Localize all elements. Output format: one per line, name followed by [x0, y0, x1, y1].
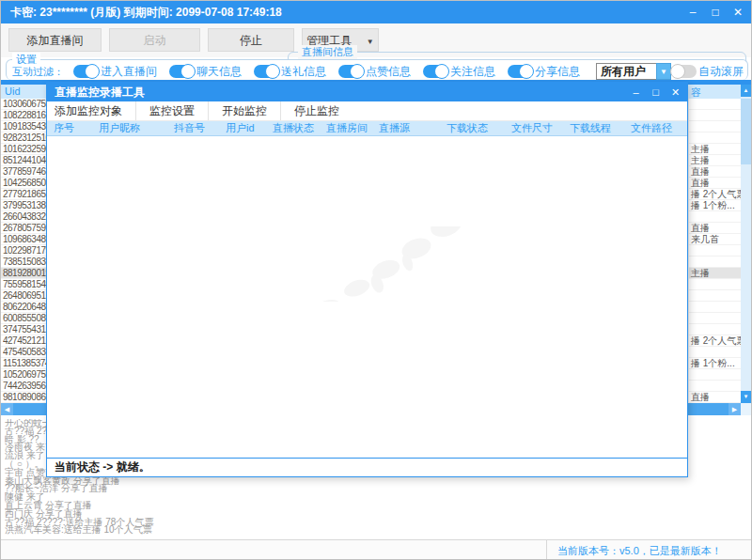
content-cell: [688, 324, 743, 335]
uid-cell: 264806951.: [3, 290, 46, 302]
content-cell: 播 1个粉...: [688, 200, 743, 211]
stop-button[interactable]: 停止: [208, 28, 294, 52]
dialog-column-header[interactable]: 下载状态: [446, 121, 511, 135]
user-filter-value: 所有用户: [596, 63, 656, 80]
uid-cell: 6008555089: [3, 313, 46, 324]
scroll-down-icon[interactable]: ▼: [741, 391, 751, 403]
toggle-label: 送礼信息: [281, 64, 326, 80]
toggle-knob: [265, 64, 280, 79]
dialog-column-header[interactable]: 文件路径: [631, 121, 687, 135]
settings-group: 设置 互动过滤： 进入直播间聊天信息送礼信息点赞信息关注信息分享信息 所有用户 …: [6, 59, 748, 80]
dialog-column-header[interactable]: 文件尺寸: [511, 121, 570, 135]
settings-inner: 互动过滤： 进入直播间聊天信息送礼信息点赞信息关注信息分享信息 所有用户 ▼ 自…: [12, 63, 744, 80]
statusbar-divider: [546, 540, 547, 560]
toggle-knob: [434, 64, 449, 79]
uid-cell: 374755431.: [3, 324, 46, 335]
uid-cell: 1042568503: [3, 178, 46, 189]
content-cell: 主播: [688, 268, 743, 279]
filter-toggle-group: 分享信息: [508, 64, 580, 80]
content-cell: [688, 302, 743, 313]
toggle-label: 点赞信息: [366, 64, 411, 80]
filter-label: 互动过滤：: [12, 65, 64, 79]
dialog-status-text: 当前状态 -> 就绪。: [55, 459, 150, 476]
toggle-switch[interactable]: [423, 65, 448, 78]
uid-cell: 1022987179: [3, 245, 46, 257]
app-window: 卡密: 23******** (月版) 到期时间: 2099-07-08 17:…: [0, 0, 752, 560]
vertical-scrollbar-thumb[interactable]: [741, 99, 751, 164]
dialog-column-header[interactable]: 用户昵称: [99, 121, 174, 135]
toggle-switch[interactable]: [169, 65, 195, 78]
uid-cell: 1082288161: [3, 110, 46, 121]
content-cell: [688, 211, 743, 223]
dialog-column-header[interactable]: 直播状态: [273, 121, 326, 135]
uid-cell: 266043832.: [3, 211, 46, 223]
filter-toggle-group: 聊天信息: [169, 64, 242, 80]
dialog-menu-item[interactable]: 添加监控对象: [47, 101, 136, 120]
uid-cell: 7442639561: [3, 381, 46, 392]
chat-message: ??船长~浩洋 分享了直播: [5, 485, 400, 493]
scrollbar-corner: [741, 403, 751, 415]
dialog-menubar: 添加监控对象监控设置开始监控停止监控: [47, 101, 687, 121]
scroll-left-icon[interactable]: ◀: [1, 403, 13, 415]
toggle-switch[interactable]: [73, 65, 99, 78]
filter-toggle-group: 关注信息: [423, 64, 495, 80]
content-cell: 播 1个粉...: [688, 358, 743, 369]
content-cell: 播 2个人气票: [688, 189, 743, 200]
start-button: 启动: [109, 28, 200, 52]
filter-toggle-group: 送礼信息: [254, 64, 326, 80]
room-info-legend: 直播间信息: [298, 45, 357, 59]
dialog-window-controls: – □ ✕: [626, 83, 685, 101]
minimize-icon[interactable]: –: [682, 1, 704, 23]
dialog-column-header[interactable]: 下载线程: [570, 121, 631, 135]
scroll-up-icon[interactable]: ▲: [741, 85, 751, 97]
content-cell: [688, 245, 743, 257]
app-title: 卡密: 23******** (月版) 到期时间: 2099-07-08 17:…: [10, 1, 282, 23]
dialog-close-icon[interactable]: ✕: [666, 83, 685, 101]
content-cell: 播 2个人气票: [688, 335, 743, 347]
uid-cell: 427452121.: [3, 335, 46, 347]
status-bar: 当前版本号：v5.0，已是最新版本！: [1, 539, 752, 560]
uid-cell: 1151385374: [3, 358, 46, 369]
filter-toggle-group: 进入直播间: [73, 64, 157, 80]
combo-arrow-icon[interactable]: ▼: [656, 63, 671, 80]
dialog-column-header[interactable]: 直播源: [379, 121, 446, 135]
uid-cell: 8512441046: [3, 155, 46, 166]
uid-cell: 1016232596: [3, 144, 46, 155]
maximize-icon[interactable]: □: [704, 1, 727, 23]
version-text: 当前版本号：v5.0，已是最新版本！: [557, 544, 722, 558]
uid-column-header[interactable]: Uid: [5, 86, 21, 97]
filter-toggles: 进入直播间聊天信息送礼信息点赞信息关注信息分享信息: [73, 64, 592, 80]
dialog-grid-header: 序号用户昵称抖音号用户id直播状态直播房间直播源下载状态文件尺寸下载线程文件路径: [47, 121, 687, 136]
uid-cell: 738515083.: [3, 257, 46, 268]
content-column-header[interactable]: 容: [691, 86, 701, 100]
toggle-switch[interactable]: [338, 65, 364, 78]
dialog-minimize-icon[interactable]: –: [626, 83, 646, 101]
dialog-maximize-icon[interactable]: □: [646, 83, 666, 101]
scroll-right-icon[interactable]: ▶: [728, 403, 741, 415]
add-room-button[interactable]: 添加直播间: [8, 28, 102, 52]
window-controls: – □ ✕: [682, 1, 749, 23]
toggle-switch[interactable]: [508, 65, 533, 78]
user-filter-combobox[interactable]: 所有用户 ▼: [596, 63, 671, 80]
dialog-menu-item[interactable]: 开始监控: [209, 101, 281, 120]
uid-cell: 9810890865: [3, 392, 46, 403]
content-cell: [688, 381, 743, 392]
dialog-menu-item[interactable]: 停止监控: [281, 101, 352, 120]
toggle-switch[interactable]: [254, 65, 279, 78]
app-titlebar[interactable]: 卡密: 23******** (月版) 到期时间: 2099-07-08 17:…: [1, 1, 752, 23]
uid-cell: 1091835435: [3, 121, 46, 132]
dialog-menu-item[interactable]: 监控设置: [136, 101, 209, 120]
dialog-column-header[interactable]: 抖音号: [174, 121, 226, 135]
dialog-titlebar[interactable]: 直播监控录播工具 – □ ✕: [47, 83, 687, 101]
content-cell: 直播: [688, 223, 743, 234]
dialog-column-header[interactable]: 用户id: [226, 121, 273, 135]
close-icon[interactable]: ✕: [727, 1, 749, 23]
content-cell: 主播: [688, 144, 743, 155]
autoscroll-toggle[interactable]: [671, 65, 697, 78]
dialog-column-header[interactable]: 直播房间: [326, 121, 379, 135]
uid-cell: 1030606759: [3, 99, 46, 110]
dialog-column-header[interactable]: 序号: [47, 121, 99, 135]
uid-cell: 277921865.: [3, 189, 46, 200]
content-cell: [688, 132, 743, 144]
content-cell: [688, 369, 743, 381]
